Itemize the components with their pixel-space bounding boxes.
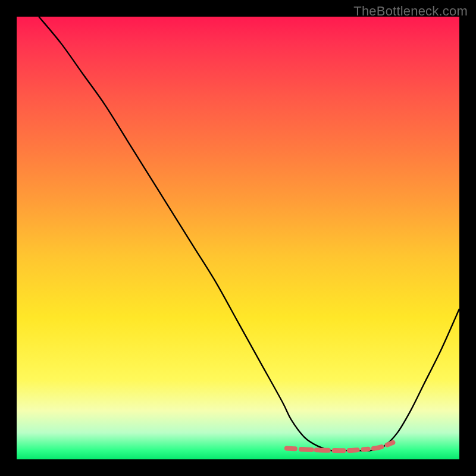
chart-frame bbox=[17, 17, 459, 459]
watermark-text: TheBottleneck.com bbox=[353, 4, 468, 19]
chart-svg bbox=[17, 17, 459, 459]
optimal-markers bbox=[287, 443, 393, 450]
bottleneck-curve bbox=[39, 17, 459, 451]
